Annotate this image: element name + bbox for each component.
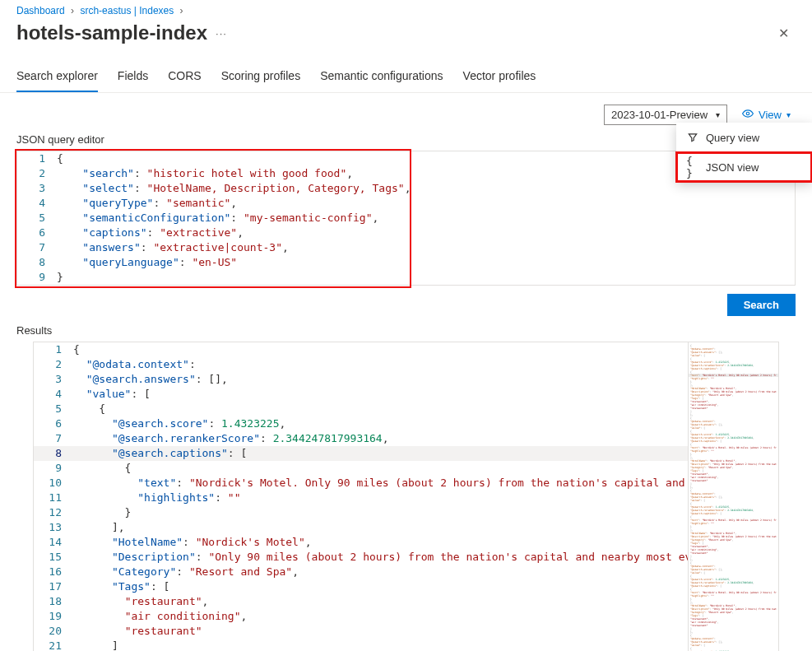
- filter-icon: [686, 131, 699, 144]
- results-editor[interactable]: 1{2 "@odata.context":3 "@search.answers"…: [33, 342, 779, 651]
- more-actions-button[interactable]: ···: [216, 27, 227, 40]
- tab-fields[interactable]: Fields: [118, 64, 148, 92]
- breadcrumb-indexes[interactable]: srch-eastus | Indexes: [80, 5, 174, 16]
- api-version-value: 2023-10-01-Preview: [611, 109, 708, 121]
- results-wrap: 1{2 "@odata.context":3 "@search.answers"…: [16, 342, 796, 651]
- view-button-label: View: [759, 109, 782, 121]
- view-menu-json-label: JSON view: [706, 161, 759, 174]
- tab-vector-profiles[interactable]: Vector profiles: [463, 64, 536, 92]
- eye-icon: [742, 108, 754, 122]
- tab-search-explorer[interactable]: Search explorer: [16, 64, 98, 92]
- results-label: Results: [0, 323, 812, 342]
- tab-semantic-configurations[interactable]: Semantic configurations: [320, 64, 443, 92]
- view-menu: Query view { } JSON view: [676, 123, 812, 182]
- tab-cors[interactable]: CORS: [168, 64, 201, 92]
- chevron-right-icon: ›: [71, 5, 74, 16]
- braces-icon: { }: [686, 160, 699, 174]
- view-menu-query-label: Query view: [706, 132, 759, 144]
- breadcrumb: Dashboard › srch-eastus | Indexes ›: [0, 0, 812, 16]
- title-bar: hotels-sample-index ··· ✕: [0, 16, 812, 53]
- chevron-right-icon: ›: [180, 5, 183, 16]
- page-title: hotels-sample-index: [16, 21, 207, 44]
- view-menu-query-view[interactable]: Query view: [676, 123, 812, 152]
- chevron-down-icon: ▾: [716, 110, 720, 119]
- view-menu-json-view[interactable]: { } JSON view: [676, 152, 812, 182]
- close-button[interactable]: ✕: [772, 22, 796, 44]
- minimap[interactable]: { "@odata.context": "@search.answers": […: [688, 342, 778, 651]
- tab-scoring-profiles[interactable]: Scoring profiles: [221, 64, 301, 92]
- highlight-box: [15, 149, 411, 288]
- tabs: Search explorerFieldsCORSScoring profile…: [0, 64, 812, 92]
- breadcrumb-dashboard[interactable]: Dashboard: [16, 5, 65, 16]
- search-button[interactable]: Search: [727, 294, 796, 316]
- search-row: Search: [0, 286, 812, 323]
- chevron-down-icon: ▾: [786, 110, 791, 119]
- controls-row: 2023-10-01-Preview ▾ View ▾ Query view {…: [0, 93, 812, 132]
- svg-point-0: [746, 112, 749, 115]
